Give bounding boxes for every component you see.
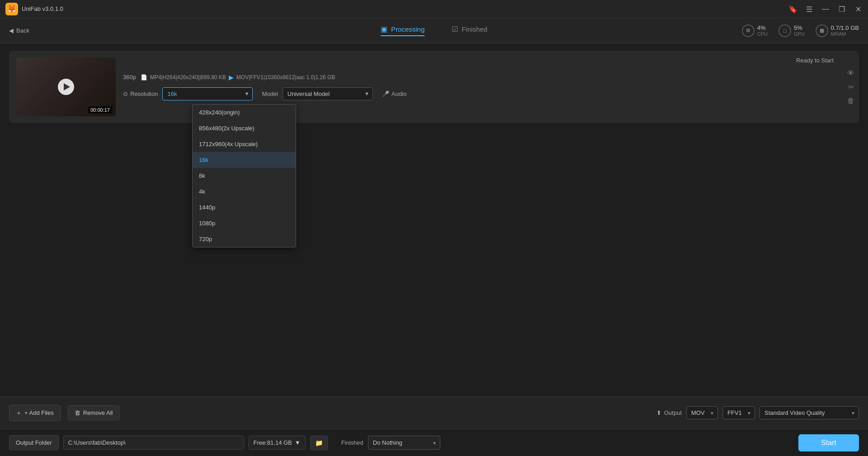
finished-select-wrapper: Do Nothing Shutdown Sleep Restart ▼ [368,436,440,450]
play-button[interactable] [58,79,74,95]
processing-tab-label: Processing [391,25,425,33]
dropdown-item-8k[interactable]: 8k [193,168,296,184]
dropdown-item-16k[interactable]: 16k [193,152,296,168]
trash-icon: 🗑 [75,409,80,416]
folder-path-input[interactable]: C:\Users\fab\Desktop\ [63,436,244,450]
mram-icon: ▦ [816,24,828,37]
resolution-label: ⊙ Resolution [123,90,158,97]
tab-finished[interactable]: ☑ Finished [452,25,487,36]
file-path-info: 📄 MP4|H264|426x240||699.80 KB ▶ MOV|FFV1… [141,74,335,81]
finished-tab-icon: ☑ [452,25,458,33]
input-info: MP4|H264|426x240||699.80 KB [150,74,226,81]
start-button[interactable]: Start [798,434,859,451]
close-button[interactable]: ✕ [854,5,863,14]
output-section: ⬆ Output MOV MP4 MKV AVI ▼ FFV1 H264 H26… [656,406,859,419]
free-space-chevron: ▼ [295,439,301,446]
browse-folder-button[interactable]: 📁 [310,436,328,450]
video-duration: 00:00:17 [88,106,112,114]
cpu-icon: ⚙ [742,24,755,37]
finished-tab-label: Finished [462,25,487,33]
app-title: UniFab v3.0.1.0 [22,5,63,12]
format-select-wrapper: MOV MP4 MKV AVI ▼ [686,406,718,419]
dropdown-item-1712x960[interactable]: 1712x960(4x Upscale) [193,136,296,152]
dropdown-item-1080p[interactable]: 1080p [193,215,296,231]
dropdown-item-4k[interactable]: 4k [193,184,296,200]
delete-icon[interactable]: 🗑 [847,97,854,105]
add-files-button[interactable]: ＋ + Add Files [9,405,61,421]
remove-all-button[interactable]: 🗑 Remove All [68,405,120,420]
file-icon: 📄 [141,74,147,81]
main-content: 00:00:17 360p 📄 MP4|H264|426x240||699.80… [0,43,868,396]
resolution-badge: 360p [123,74,136,81]
back-label: Back [16,27,29,34]
mram-stat: ▦ 0.7/1.0 GB MRAM [816,24,859,37]
cut-icon[interactable]: ✂ [848,83,854,91]
audio-control: 🎤 Audio [382,90,406,97]
dropdown-item-856x480[interactable]: 856x480(2x Upscale) [193,120,296,136]
resolution-dropdown-menu: 428x240(origin) 856x480(2x Upscale) 1712… [192,104,296,247]
resolution-dropdown[interactable]: 16k [162,87,253,100]
minimize-button[interactable]: — [821,5,830,13]
gpu-label: GPU [794,31,805,37]
file-info: 360p 📄 MP4|H264|426x240||699.80 KB ▶ MOV… [123,74,852,100]
dropdown-item-720p[interactable]: 720p [193,231,296,247]
codec-select-wrapper: FFV1 H264 H265 VP9 ▼ [722,406,755,419]
logo-emoji: 🦊 [7,5,16,13]
row-actions: 👁 ✂ 🗑 [847,69,854,105]
gpu-value: 5% [794,24,805,31]
remove-all-label: Remove All [83,409,113,416]
bookmark-button[interactable]: 🔖 [788,5,797,14]
tab-processing[interactable]: ▣ Processing [381,25,425,36]
window-controls: 🔖 ☰ — ❐ ✕ [788,0,863,18]
preview-icon[interactable]: 👁 [847,69,854,77]
dropdown-item-1440p[interactable]: 1440p [193,200,296,215]
finished-action-select[interactable]: Do Nothing Shutdown Sleep Restart [368,436,440,450]
back-button[interactable]: ◀ Back [9,27,29,34]
codec-select[interactable]: FFV1 H264 H265 VP9 [722,406,755,419]
gpu-stat: □ 5% GPU [778,24,805,37]
arrow-right-icon: ▶ [229,74,234,81]
model-label: Model [262,90,278,97]
bottom-bar: Output Folder C:\Users\fab\Desktop\ Free… [0,429,868,456]
app-logo: 🦊 [5,3,18,15]
model-selected-value: Universal Model [288,90,330,97]
video-thumbnail[interactable]: 00:00:17 [16,57,116,116]
cpu-value: 4% [757,24,768,31]
resolution-icon: ⊙ [123,90,128,97]
main-tabs: ▣ Processing ☑ Finished [381,25,487,36]
audio-icon: 🎤 [382,90,389,97]
gpu-icon: □ [778,24,791,37]
menu-button[interactable]: ☰ [805,5,814,14]
output-label: ⬆ Output [656,409,682,416]
mram-label: MRAM [831,31,859,37]
output-icon: ⬆ [656,409,661,416]
cpu-label: CPU [757,31,768,37]
resolution-selected-value: 16k [167,90,177,97]
quality-select-wrapper: Standard Video Quality High Video Qualit… [760,406,859,419]
mram-stat-values: 0.7/1.0 GB MRAM [831,24,859,37]
quality-select[interactable]: Standard Video Quality High Video Qualit… [760,406,859,419]
resolution-select-wrapper: 16k ▼ [162,87,253,100]
model-dropdown[interactable]: Universal Model [283,87,373,100]
dropdown-item-428x240[interactable]: 428x240(origin) [193,104,296,120]
file-item-row: 00:00:17 360p 📄 MP4|H264|426x240||699.80… [9,51,859,123]
audio-label: 🎤 Audio [382,90,406,97]
model-control: Model Universal Model ▼ [262,87,373,100]
output-info: MOV|FFV1|15360x8612|aac 1.0|1.26 GB [236,74,335,81]
file-top-row: 360p 📄 MP4|H264|426x240||699.80 KB ▶ MOV… [123,74,852,81]
mram-value: 0.7/1.0 GB [831,24,859,31]
output-folder-button[interactable]: Output Folder [9,435,59,450]
finished-section: Finished Do Nothing Shutdown Sleep Resta… [341,436,440,450]
cpu-stat-values: 4% CPU [757,24,768,37]
add-files-label: + Add Files [24,409,54,416]
resolution-control: ⊙ Resolution 16k ▼ [123,87,253,100]
finished-label: Finished [341,439,363,446]
play-triangle-icon [64,83,70,90]
free-space-value: Free:81.14 GB [254,439,292,446]
titlebar: 🦊 UniFab v3.0.1.0 🔖 ☰ — ❐ ✕ [0,0,868,18]
cpu-stat: ⚙ 4% CPU [742,24,768,37]
restore-button[interactable]: ❐ [837,5,846,14]
bottom-toolbar: ＋ + Add Files 🗑 Remove All ⬆ Output MOV … [0,396,868,429]
ready-status: Ready to Start [796,57,834,64]
format-select[interactable]: MOV MP4 MKV AVI [686,406,718,419]
